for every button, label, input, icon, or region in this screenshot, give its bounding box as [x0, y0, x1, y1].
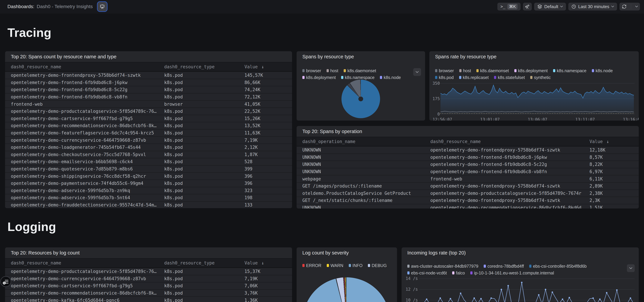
legend-item[interactable]: aws-cluster-autoscaler-84db977979	[407, 264, 478, 269]
legend-item[interactable]: k8s.namespace	[341, 75, 374, 80]
environment-select[interactable]: Default	[534, 3, 566, 10]
table-row[interactable]: opentelemetry-demo-emailservice-b6bb5698…	[5, 158, 292, 165]
table-row[interactable]: opentelemetry-demo-loadgenerator-745b54f…	[5, 144, 292, 151]
column-header[interactable]: Value ↓	[239, 64, 292, 69]
axis-tick-label: 14 /s	[406, 276, 419, 281]
table-row[interactable]: opentelemetry-demo-recommendationservice…	[5, 289, 292, 297]
legend-item[interactable]: ebs-csi-controller-85b4f8d6b	[529, 264, 586, 269]
refresh-button[interactable]	[620, 3, 629, 10]
table-row[interactable]: opentelemetry-demo-currencyservice-64647…	[5, 136, 292, 144]
presentation-mode-button[interactable]	[98, 2, 107, 11]
spans-count-table: dash0_resource_namedash0_resource_typeVa…	[5, 62, 292, 208]
legend-item[interactable]: k8s.deployment	[514, 68, 548, 73]
legend-item[interactable]: ERROR	[302, 263, 321, 268]
table-row[interactable]: UNKNOWNopentelemetry-demo-frontend-6fb9d…	[296, 168, 639, 175]
table-row[interactable]: opentelemetry-demo-frontend-6fb9dbd6c8-5…	[5, 86, 292, 93]
table-row[interactable]: opentelemetry-demo-kafka-6fc65d6844-pqnc…	[5, 297, 292, 302]
table-row[interactable]: opentelemetry-demo-cartservice-9ff667fbd…	[5, 282, 292, 289]
table-row[interactable]: oteldemo.ProductCatalogService GetProduc…	[296, 190, 639, 197]
table-cell: 12,18K	[584, 147, 639, 153]
table-row[interactable]: UNKNOWNopentelemetry-demo-frontend-6fb9d…	[296, 154, 639, 161]
column-header[interactable]: dash0_operation_name	[296, 139, 424, 144]
table-row[interactable]: opentelemetry-demo-featureflagservice-6d…	[5, 129, 292, 136]
legend-item[interactable]: k8s.daemonset	[476, 68, 509, 73]
legend-chip	[470, 271, 472, 275]
legend-expand-button[interactable]	[627, 264, 635, 272]
table-cell: 2,38K	[584, 191, 639, 196]
shortcut-badge: ⌘K	[508, 4, 518, 9]
table-row[interactable]: opentelemetry-demo-productcatalogservice…	[5, 108, 292, 115]
table-row[interactable]: GET /_next/static/chunks/:filenameopente…	[296, 197, 639, 204]
legend-item[interactable]: falco	[452, 270, 465, 276]
table-row[interactable]: opentelemetry-demo-quoteservice-7d85b879…	[5, 165, 292, 172]
table-row[interactable]: opentelemetry-demo-recommendationservice…	[5, 122, 292, 129]
table-row[interactable]: opentelemetry-demo-paymentservice-74f4db…	[5, 180, 292, 187]
table-row[interactable]: UNKNOWNopentelemetry-demo-frontendproxy-…	[296, 146, 639, 154]
table-cell: opentelemetry-demo-shippingservice-76cc8…	[5, 174, 158, 179]
annotations-fab[interactable]	[0, 276, 11, 287]
legend: ERRORWARNINFODEBUG	[302, 263, 394, 268]
table-row[interactable]: UNKNOWNopentelemetry-demo-recommendation…	[296, 204, 639, 209]
table-row[interactable]: opentelemetry-demo-frontendproxy-5758b6d…	[5, 71, 292, 79]
table-row[interactable]: opentelemetry-demo-frontend-6fb9dbd6c8-v…	[5, 93, 292, 100]
legend-chip	[327, 264, 329, 267]
sort-desc-icon: ↓	[604, 139, 609, 144]
legend-item[interactable]: k8s.node	[380, 75, 401, 80]
legend-item[interactable]: WARN	[327, 263, 343, 268]
legend-item[interactable]: DEBUG	[368, 263, 387, 268]
column-header[interactable]: dash0_resource_type	[158, 64, 239, 69]
table-cell: UNKNOWN	[296, 162, 424, 167]
table-cell: 399	[239, 166, 292, 171]
table-row[interactable]: webpagefrontend-web6,11K	[296, 175, 639, 182]
legend-item[interactable]: ip-10-1-34-161.eu-west-1.compute.interna…	[470, 270, 554, 276]
table-row[interactable]: opentelemetry-demo-frontend-6fb9dbd6c8-j…	[5, 79, 292, 86]
legend-item[interactable]: k8s.statefulset	[494, 75, 525, 80]
legend-item[interactable]: k8s.deployment	[302, 75, 336, 80]
legend-item[interactable]: k8s.node	[592, 68, 613, 73]
table-cell: k8s.pod	[158, 94, 239, 99]
time-range-select[interactable]: Last 30 minutes	[568, 3, 617, 10]
presentation-icon	[100, 4, 105, 9]
legend-item[interactable]: coredns-78bdfbd4ff	[484, 264, 524, 269]
column-header[interactable]: dash0_resource_name	[5, 260, 158, 266]
legend-item[interactable]: ebs-csi-node-vcd6t	[407, 270, 447, 276]
refresh-interval-button[interactable]	[633, 3, 640, 10]
panel-title: Spans rate by resource type	[429, 51, 639, 62]
table-row[interactable]: opentelemetry-demo-productcatalogservice…	[5, 268, 292, 275]
legend-item[interactable]: browser	[302, 68, 321, 73]
table-row[interactable]: opentelemetry-demo-cartservice-9ff667fbd…	[5, 115, 292, 122]
legend-expand-button[interactable]	[413, 68, 421, 76]
legend-item[interactable]: k8s.daemonset	[344, 68, 376, 73]
legend-item[interactable]: k8s.namespace	[553, 68, 586, 73]
table-row[interactable]: opentelemetry-demo-adservice-599f6d5b7b-…	[5, 194, 292, 201]
table-row[interactable]: opentelemetry-demo-currencyservice-64647…	[5, 275, 292, 282]
table-row[interactable]: opentelemetry-demo-frauddetectionservice…	[5, 201, 292, 208]
column-header[interactable]: dash0_resource_name	[424, 139, 584, 144]
legend-item[interactable]: synthetic	[530, 75, 551, 80]
column-header[interactable]: dash0_resource_type	[158, 260, 239, 266]
header-actions: >_ ⌘K Default Last 30 minutes	[498, 3, 644, 10]
chevron-down-icon	[416, 71, 419, 73]
table-row[interactable]: UNKNOWNopentelemetry-demo-frontend-6fb9d…	[296, 161, 639, 168]
table-row[interactable]: opentelemetry-demo-adservice-599f6d5b7b-…	[5, 187, 292, 194]
column-header[interactable]: dash0_resource_name	[5, 64, 158, 69]
table-row[interactable]: GET /images/products/:filenameopenteleme…	[296, 182, 639, 190]
panel-title: Log count by severity	[296, 247, 397, 258]
column-header[interactable]: Value ↓	[239, 260, 292, 266]
table-row[interactable]: frontend-webbrowser41,05K	[5, 100, 292, 108]
legend-item[interactable]: k8s.replicaset	[459, 75, 489, 80]
table-row[interactable]: opentelemetry-demo-checkoutservice-75cc5…	[5, 151, 292, 158]
command-palette-button[interactable]: >_ ⌘K	[498, 3, 520, 10]
legend-item[interactable]: host	[459, 68, 471, 73]
legend-item[interactable]: browser	[435, 68, 454, 73]
explore-button[interactable]	[523, 3, 532, 10]
legend-item[interactable]: INFO	[349, 263, 363, 268]
table-cell: opentelemetry-demo-quoteservice-7d85b879…	[5, 166, 158, 171]
column-header[interactable]: Value ↓	[584, 139, 639, 144]
legend-item[interactable]: k8s.pod	[435, 75, 454, 80]
telescope-icon	[525, 4, 530, 9]
legend-item[interactable]: host	[326, 68, 338, 73]
table-row[interactable]: opentelemetry-demo-shippingservice-76cc8…	[5, 172, 292, 180]
table-cell: opentelemetry-demo-frontend-6fb9dbd6c8-5…	[5, 87, 158, 92]
log-severity-pie[interactable]	[303, 277, 390, 302]
